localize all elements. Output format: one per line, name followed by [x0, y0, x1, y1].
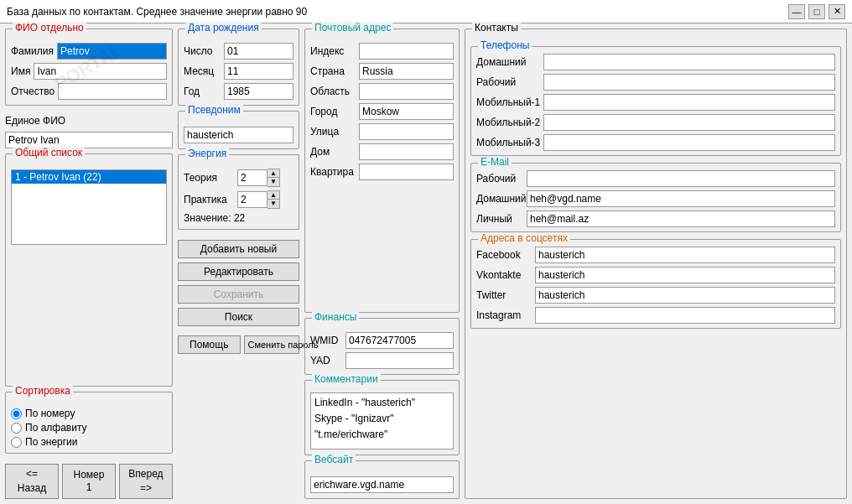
- comments-box[interactable]: LinkedIn - "hausterich" Skype - "Ignizav…: [310, 392, 454, 449]
- instagram-label: Instagram: [476, 309, 532, 321]
- home-phone-label: Домашний: [476, 56, 540, 68]
- vkontakte-input[interactable]: [535, 267, 835, 283]
- theory-up-arrow[interactable]: ▲: [268, 169, 279, 178]
- instagram-input[interactable]: [535, 307, 835, 324]
- comments-group: Комментарии LinkedIn - "hausterich" Skyp…: [304, 380, 460, 455]
- pseudonym-input[interactable]: [184, 127, 294, 143]
- city-label: Город: [310, 106, 356, 117]
- nav-buttons: <= Назад Номер1 Вперед =>: [5, 464, 173, 499]
- email-home-row: Домашний: [476, 190, 835, 207]
- finance-group: Финансы WMID YAD: [304, 318, 460, 375]
- social-group-title: Адреса в соцсетях: [478, 232, 570, 244]
- year-label: Год: [184, 86, 221, 97]
- phones-group-title: Телефоны: [478, 39, 532, 51]
- forward-button[interactable]: Вперед =>: [119, 464, 173, 499]
- index-label: Индекс: [310, 45, 356, 57]
- contact-list[interactable]: 1 - Petrov Ivan (22): [11, 169, 167, 245]
- mobile2-label: Мобильный-2: [476, 117, 540, 128]
- facebook-input[interactable]: [535, 247, 835, 263]
- work-phone-row: Рабочий: [476, 74, 835, 91]
- city-row: Город: [310, 103, 454, 120]
- help-button[interactable]: Помощь: [178, 335, 241, 354]
- city-input[interactable]: [359, 103, 454, 120]
- close-button[interactable]: ✕: [829, 4, 845, 19]
- yad-row: YAD: [310, 352, 454, 369]
- lastname-input[interactable]: [57, 43, 167, 60]
- email-home-input[interactable]: [527, 190, 835, 207]
- apartment-label: Квартира: [310, 166, 356, 178]
- country-input[interactable]: [359, 63, 454, 80]
- bottom-action-buttons: Помощь Сменить пароль: [178, 335, 299, 354]
- list-item[interactable]: 1 - Petrov Ivan (22): [12, 170, 166, 184]
- region-row: Область: [310, 83, 454, 100]
- action-buttons: Добавить новый Редактировать Сохранить П…: [178, 240, 299, 326]
- energy-group: Энергия Теория ▲ ▼ Практика ▲ ▼: [178, 154, 299, 230]
- middlename-label: Отчество: [11, 86, 55, 97]
- practice-up-arrow[interactable]: ▲: [268, 191, 279, 200]
- yad-label: YAD: [310, 355, 342, 366]
- instagram-row: Instagram: [476, 307, 835, 324]
- website-input[interactable]: [310, 476, 454, 493]
- back-button[interactable]: <= Назад: [5, 464, 59, 499]
- work-phone-input[interactable]: [543, 74, 835, 91]
- twitter-row: Twitter: [476, 287, 835, 304]
- year-row: Год: [184, 83, 294, 100]
- practice-spinbox: ▲ ▼: [237, 190, 280, 209]
- day-row: Число: [184, 43, 294, 60]
- mobile2-input[interactable]: [543, 114, 835, 131]
- title-bar: База данных по контактам. Среднее значен…: [0, 0, 852, 23]
- house-input[interactable]: [359, 143, 454, 160]
- practice-input[interactable]: [237, 191, 268, 208]
- year-input[interactable]: [224, 83, 294, 100]
- maximize-button[interactable]: □: [808, 4, 825, 19]
- energy-value-row: Значение: 22: [184, 212, 294, 224]
- sort-options: По номеру По алфавиту По энергии: [11, 408, 167, 448]
- practice-arrows: ▲ ▼: [268, 190, 280, 209]
- sort-by-alpha-row: По алфавиту: [11, 422, 167, 434]
- day-input[interactable]: [224, 43, 294, 60]
- full-fio-input[interactable]: [5, 132, 173, 148]
- street-input[interactable]: [359, 123, 454, 140]
- change-password-button[interactable]: Сменить пароль: [244, 335, 300, 354]
- minimize-button[interactable]: —: [788, 4, 805, 19]
- email-work-input[interactable]: [527, 170, 835, 187]
- wmid-input[interactable]: [345, 332, 454, 349]
- sort-by-energy-radio[interactable]: [11, 437, 22, 448]
- mobile1-input[interactable]: [543, 94, 835, 111]
- apartment-row: Квартира: [310, 164, 454, 180]
- twitter-input[interactable]: [535, 287, 835, 304]
- mobile3-input[interactable]: [543, 134, 835, 151]
- street-label: Улица: [310, 126, 356, 138]
- region-input[interactable]: [359, 83, 454, 100]
- search-button[interactable]: Поиск: [178, 308, 299, 326]
- mobile1-row: Мобильный-1: [476, 94, 835, 111]
- yad-input[interactable]: [345, 352, 454, 369]
- firstname-input[interactable]: [34, 63, 167, 80]
- edit-button[interactable]: Редактировать: [178, 262, 299, 281]
- practice-down-arrow[interactable]: ▼: [268, 200, 279, 208]
- add-new-button[interactable]: Добавить новый: [178, 240, 299, 258]
- full-fio-section: Единое ФИО: [5, 114, 173, 148]
- mobile3-label: Мобильный-3: [476, 137, 540, 148]
- street-row: Улица: [310, 123, 454, 140]
- save-button[interactable]: Сохранить: [178, 285, 299, 304]
- sort-by-number-radio[interactable]: [11, 408, 22, 419]
- theory-down-arrow[interactable]: ▼: [268, 178, 279, 186]
- window-controls: — □ ✕: [788, 4, 845, 19]
- firstname-row: Имя: [11, 63, 167, 80]
- energy-value: 22: [234, 212, 245, 224]
- month-input[interactable]: [224, 63, 294, 80]
- apartment-input[interactable]: [359, 164, 454, 180]
- full-fio-label: Единое ФИО: [5, 115, 65, 127]
- email-personal-input[interactable]: [527, 210, 835, 227]
- lastname-row: Фамилия: [11, 43, 167, 60]
- sort-by-alpha-radio[interactable]: [11, 423, 22, 434]
- country-row: Страна: [310, 63, 454, 80]
- number-button[interactable]: Номер1: [62, 464, 116, 499]
- theory-input[interactable]: [237, 169, 268, 186]
- middlename-input[interactable]: [58, 83, 167, 100]
- home-phone-input[interactable]: [543, 54, 835, 70]
- theory-label: Теория: [184, 172, 234, 184]
- index-input[interactable]: [359, 43, 454, 60]
- email-home-label: Домашний: [476, 193, 523, 205]
